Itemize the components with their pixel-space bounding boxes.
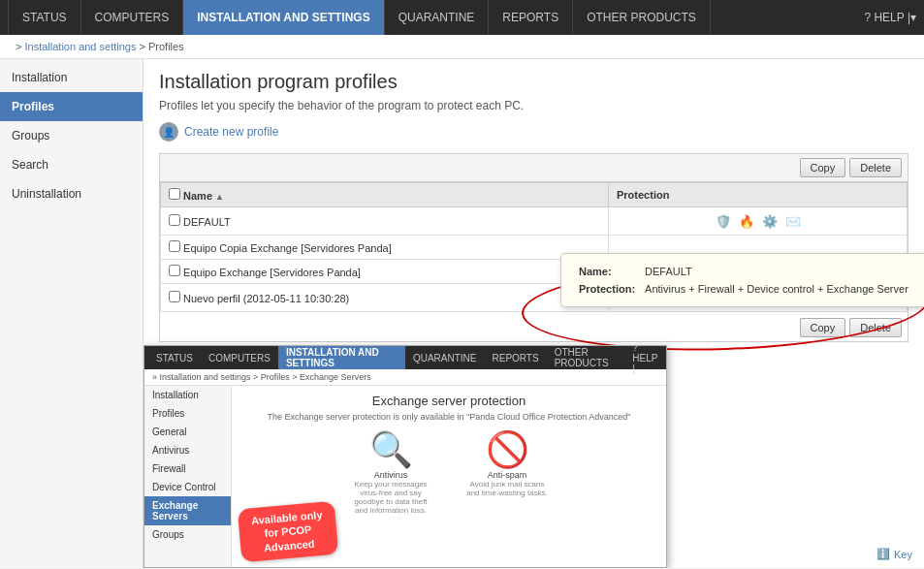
- sidebar-item-groups[interactable]: Groups: [0, 121, 143, 150]
- tooltip-popup: Name: DEFAULT Protection: Antivirus + Fi…: [560, 253, 924, 307]
- ss-sidebar-device-control[interactable]: Device Control: [144, 478, 231, 496]
- screenshot-overlay: STATUS COMPUTERS INSTALLATION AND SETTIN…: [143, 345, 667, 568]
- antispam-icon: 🚫: [463, 429, 551, 470]
- row-name-default: DEFAULT: [161, 207, 609, 236]
- delete-button-top[interactable]: Delete: [849, 158, 902, 177]
- select-all-checkbox[interactable]: [169, 188, 180, 200]
- ss-antivirus-box: 🔍 Antivirus Keep your messages virus-fre…: [347, 429, 434, 515]
- table-row: DEFAULT 🛡️ 🔥 ⚙️ ✉️: [161, 207, 908, 236]
- ss-sidebar-antivirus[interactable]: Antivirus: [144, 441, 231, 459]
- ss-nav-installation[interactable]: INSTALLATION AND SETTINGS: [278, 346, 405, 369]
- ss-content: Exchange server protection The Exchange …: [232, 386, 666, 568]
- ss-antivirus-label: Antivirus: [347, 470, 434, 480]
- profiles-table-area: Copy Delete Name ▲ Protection: [159, 153, 908, 342]
- key-label: Key: [894, 549, 912, 560]
- row-name-nuevo: Nuevo perfil (2012-05-11 10:30:28): [161, 284, 609, 312]
- user-icon: 👤: [159, 122, 178, 142]
- nav-quarantine[interactable]: QUARANTINE: [385, 0, 490, 35]
- ss-sidebar-general[interactable]: General: [144, 423, 231, 441]
- sidebar-item-search[interactable]: Search: [0, 150, 143, 179]
- ss-sidebar-groups[interactable]: Groups: [144, 525, 231, 544]
- delete-button-bottom[interactable]: Delete: [849, 318, 902, 337]
- ss-sidebar-installation[interactable]: Installation: [144, 386, 231, 404]
- name-col-label: Name: [183, 190, 212, 202]
- page-description: Profiles let you specify the behavior of…: [159, 99, 908, 112]
- ss-sidebar-exchange-servers[interactable]: Exchange Servers: [144, 496, 231, 525]
- sidebar-item-uninstallation[interactable]: Uninstallation: [0, 179, 143, 208]
- shield-icon: 🛡️: [715, 212, 732, 230]
- ss-content-subtitle: The Exchange server protection is only a…: [243, 412, 654, 422]
- sort-arrow-icon[interactable]: ▲: [215, 192, 224, 202]
- ss-breadcrumb: » Installation and settings > Profiles >…: [144, 369, 666, 386]
- nav-installation-settings[interactable]: INSTALLATION AND SETTINGS: [183, 0, 384, 35]
- tooltip-protection-label: Protection:: [575, 281, 639, 297]
- create-new-label: Create new profile: [184, 125, 278, 139]
- tooltip-name-label: Name:: [575, 264, 639, 279]
- col-header-protection: Protection: [609, 183, 908, 207]
- device-control-icon: ⚙️: [761, 212, 779, 230]
- breadcrumb-installation-link[interactable]: Installation and settings: [24, 41, 136, 52]
- create-new-profile[interactable]: 👤 Create new profile: [159, 122, 908, 142]
- ss-help[interactable]: ? HELP |: [632, 345, 662, 374]
- ss-nav-computers[interactable]: COMPUTERS: [201, 346, 278, 369]
- sidebar: Installation Profiles Groups Search Unin…: [0, 59, 143, 568]
- nav-computers[interactable]: COMPUTERS: [81, 0, 184, 35]
- col-header-name: Name ▲: [161, 183, 609, 207]
- row-checkbox-exchange[interactable]: [169, 265, 180, 276]
- top-navigation: STATUS COMPUTERS INSTALLATION AND SETTIN…: [0, 0, 924, 35]
- copy-button-bottom[interactable]: Copy: [800, 318, 846, 337]
- email-icon: ✉️: [784, 212, 802, 230]
- tooltip-name-value: DEFAULT: [641, 264, 912, 279]
- row-checkbox-nuevo[interactable]: [169, 291, 180, 302]
- table-bottom-toolbar: Copy Delete: [160, 314, 908, 341]
- nav-reports[interactable]: REPORTS: [489, 0, 573, 35]
- ss-sidebar-firewall[interactable]: Firewall: [144, 459, 231, 478]
- info-icon: ℹ️: [876, 548, 890, 560]
- help-menu[interactable]: ? HELP |▾: [864, 11, 916, 24]
- row-label-exchange: Equipo Exchange [Servidores Panda]: [183, 267, 361, 278]
- row-label-default: DEFAULT: [183, 216, 231, 228]
- ss-icons-row: 🔍 Antivirus Keep your messages virus-fre…: [243, 429, 654, 515]
- row-protection-default: 🛡️ 🔥 ⚙️ ✉️: [609, 207, 908, 236]
- ss-navigation: STATUS COMPUTERS INSTALLATION AND SETTIN…: [144, 346, 666, 369]
- ss-antispam-label: Anti-spam: [463, 470, 551, 480]
- row-checkbox-default[interactable]: [169, 214, 180, 226]
- ss-sidebar: Installation Profiles General Antivirus …: [144, 386, 232, 568]
- content-area: Installation program profiles Profiles l…: [143, 59, 924, 568]
- copy-button-top[interactable]: Copy: [800, 158, 846, 177]
- ss-nav-reports[interactable]: REPORTS: [484, 346, 546, 369]
- ss-antivirus-desc: Keep your messages virus-free and say go…: [347, 480, 434, 515]
- sidebar-item-installation[interactable]: Installation: [0, 63, 143, 92]
- row-checkbox-exchange-copy[interactable]: [169, 240, 180, 252]
- row-name-exchange: Equipo Exchange [Servidores Panda]: [161, 260, 609, 284]
- ss-antispam-box: 🚫 Anti-spam Avoid junk mail scans and ti…: [463, 429, 551, 515]
- key-link[interactable]: ℹ️ Key: [876, 548, 912, 560]
- nav-other-products[interactable]: OTHER PRODUCTS: [573, 0, 711, 35]
- ss-antispam-desc: Avoid junk mail scans and time-wasting t…: [463, 480, 551, 497]
- ss-content-title: Exchange server protection: [243, 394, 654, 408]
- sidebar-item-profiles[interactable]: Profiles: [0, 92, 143, 121]
- ss-sidebar-profiles[interactable]: Profiles: [144, 404, 231, 423]
- page-title: Installation program profiles: [159, 71, 908, 93]
- ss-body: Installation Profiles General Antivirus …: [144, 386, 666, 568]
- main-layout: Installation Profiles Groups Search Unin…: [0, 59, 924, 568]
- tooltip-protection-value: Antivirus + Firewall + Device control + …: [641, 281, 912, 297]
- table-top-toolbar: Copy Delete: [160, 154, 908, 182]
- breadcrumb: > Installation and settings > Profiles: [0, 35, 924, 59]
- nav-status[interactable]: STATUS: [8, 0, 81, 35]
- row-label-exchange-copy: Equipo Copia Exchange [Servidores Panda]: [183, 242, 392, 254]
- available-only-badge: Available only for PCOP Advanced: [238, 501, 338, 562]
- ss-nav-quarantine[interactable]: QUARANTINE: [405, 346, 485, 369]
- firewall-icon: 🔥: [738, 212, 755, 230]
- row-label-nuevo: Nuevo perfil (2012-05-11 10:30:28): [183, 293, 349, 304]
- ss-nav-other[interactable]: OTHER PRODUCTS: [547, 346, 633, 369]
- row-name-exchange-copy: Equipo Copia Exchange [Servidores Panda]: [161, 236, 609, 260]
- ss-nav-status[interactable]: STATUS: [148, 346, 201, 369]
- magnifier-icon: 🔍: [347, 429, 434, 470]
